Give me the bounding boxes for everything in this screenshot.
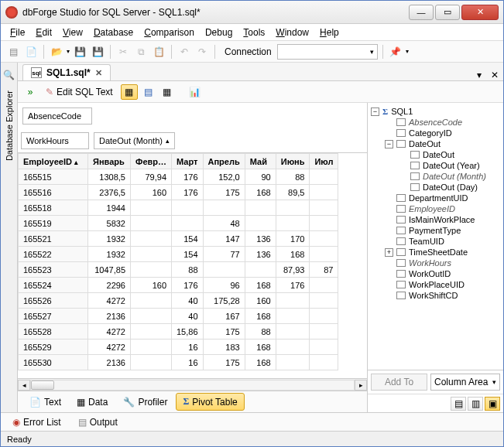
- cell[interactable]: 4272: [88, 324, 131, 340]
- tree-node[interactable]: AbsenceCode: [371, 117, 500, 128]
- row-header[interactable]: 165524: [19, 278, 88, 293]
- cell[interactable]: 175: [203, 324, 245, 340]
- copy-icon[interactable]: ⧉: [133, 44, 149, 60]
- cut-icon[interactable]: ✂: [115, 44, 131, 60]
- layout1-icon[interactable]: ▦: [121, 84, 138, 100]
- expand-icon[interactable]: +: [385, 248, 393, 257]
- cell[interactable]: [310, 185, 338, 200]
- tree-node[interactable]: PaymentType: [371, 225, 500, 236]
- cell[interactable]: 170: [276, 231, 310, 247]
- cell[interactable]: [276, 309, 310, 324]
- tree-node[interactable]: DateOut (Year): [371, 160, 500, 171]
- cell[interactable]: [131, 247, 172, 262]
- cell[interactable]: 168: [245, 185, 276, 200]
- cell[interactable]: 96: [203, 278, 245, 293]
- cell[interactable]: 183: [203, 340, 245, 355]
- tree-node[interactable]: TeamUID: [371, 236, 500, 247]
- connection-dropdown[interactable]: ▾: [277, 44, 378, 60]
- cell[interactable]: 88: [172, 262, 204, 278]
- scroll-right-icon[interactable]: ▸: [355, 380, 367, 391]
- tab-error-list[interactable]: ◉Error List: [5, 414, 68, 431]
- cell[interactable]: 16: [172, 340, 204, 355]
- cell[interactable]: [310, 231, 338, 247]
- cell[interactable]: [276, 324, 310, 340]
- cell[interactable]: [131, 324, 172, 340]
- cell[interactable]: 168: [245, 340, 276, 355]
- undo-icon[interactable]: ↶: [177, 44, 192, 60]
- cell[interactable]: 4272: [88, 340, 131, 355]
- horizontal-scrollbar[interactable]: ◂ ▸: [18, 378, 367, 391]
- menu-help[interactable]: Help: [315, 26, 344, 39]
- cell[interactable]: 77: [203, 247, 245, 262]
- menu-edit[interactable]: Edit: [31, 26, 57, 39]
- row-header[interactable]: 165530: [19, 355, 88, 370]
- cell[interactable]: [276, 216, 310, 231]
- cell[interactable]: [310, 200, 338, 216]
- cell[interactable]: 152,0: [203, 169, 245, 185]
- row-header[interactable]: 165529: [19, 340, 88, 355]
- cell[interactable]: [310, 340, 338, 355]
- tree-node[interactable]: WorkPlaceUID: [371, 279, 500, 290]
- cell[interactable]: [310, 247, 338, 262]
- cell[interactable]: [131, 293, 172, 309]
- cell[interactable]: [310, 169, 338, 185]
- row-header[interactable]: 165515: [19, 169, 88, 185]
- cell[interactable]: [172, 216, 204, 231]
- cell[interactable]: [310, 216, 338, 231]
- tree-node[interactable]: WorkOutID: [371, 268, 500, 279]
- cell[interactable]: [131, 309, 172, 324]
- layout-btn-2[interactable]: ▥: [468, 397, 483, 411]
- cell[interactable]: 168: [245, 309, 276, 324]
- cell[interactable]: 168: [276, 247, 310, 262]
- cell[interactable]: [276, 293, 310, 309]
- cell[interactable]: 40: [172, 293, 204, 309]
- cell[interactable]: 87: [310, 262, 338, 278]
- save-icon[interactable]: 💾: [72, 44, 87, 60]
- area-dropdown[interactable]: Column Area▾: [430, 374, 500, 391]
- pivot-col-header[interactable]: Февр…: [131, 154, 172, 169]
- cell[interactable]: [310, 324, 338, 340]
- paste-icon[interactable]: 📋: [151, 44, 166, 60]
- cell[interactable]: 2136: [88, 309, 131, 324]
- menu-window[interactable]: Window: [271, 26, 314, 39]
- cell[interactable]: [310, 293, 338, 309]
- tree-node[interactable]: WorkShiftCD: [371, 290, 500, 301]
- cell[interactable]: 2376,5: [88, 185, 131, 200]
- cell[interactable]: [203, 262, 245, 278]
- tree-root[interactable]: − Σ SQL1: [371, 106, 500, 117]
- cell[interactable]: [245, 216, 276, 231]
- cell[interactable]: 1944: [88, 200, 131, 216]
- cell[interactable]: 90: [245, 169, 276, 185]
- cell[interactable]: 1932: [88, 247, 131, 262]
- pivot-col-field[interactable]: DateOut (Month) ▴: [94, 132, 175, 149]
- database-explorer-tab[interactable]: Database Explorer: [3, 87, 15, 164]
- goto-icon[interactable]: »: [22, 84, 38, 100]
- tab-data[interactable]: ▦Data: [70, 394, 115, 411]
- minimize-button[interactable]: —: [409, 5, 434, 20]
- row-header[interactable]: 165518: [19, 200, 88, 216]
- cell[interactable]: 175: [203, 355, 245, 370]
- edit-sql-text-button[interactable]: ✎ Edit SQL Text: [41, 85, 118, 99]
- tab-output[interactable]: ▤Output: [71, 414, 125, 431]
- cell[interactable]: [310, 309, 338, 324]
- pivot-data-field[interactable]: EmployeeID ▴: [19, 154, 88, 169]
- open-folder-icon[interactable]: 📂: [49, 44, 64, 60]
- cell[interactable]: [245, 262, 276, 278]
- tree-node[interactable]: DateOut (Month): [371, 171, 500, 182]
- layout-btn-3[interactable]: ▣: [485, 397, 500, 411]
- pivot-filter-field[interactable]: AbsenceCode: [22, 107, 92, 125]
- menu-comparison[interactable]: Comparison: [139, 26, 199, 39]
- cell[interactable]: 2296: [88, 278, 131, 293]
- row-header[interactable]: 165527: [19, 309, 88, 324]
- collapse-icon[interactable]: −: [385, 140, 393, 148]
- cell[interactable]: 160: [245, 293, 276, 309]
- maximize-button[interactable]: ▭: [435, 5, 460, 20]
- redo-icon[interactable]: ↷: [194, 44, 210, 60]
- cell[interactable]: 136: [245, 247, 276, 262]
- file-tab-sql1[interactable]: sql SQL1.sql* ✕: [22, 64, 111, 80]
- cell[interactable]: [310, 278, 338, 293]
- cell[interactable]: [203, 200, 245, 216]
- cell[interactable]: 40: [172, 309, 204, 324]
- db-nav-icon[interactable]: 🔍: [2, 67, 17, 83]
- cell[interactable]: 176: [276, 278, 310, 293]
